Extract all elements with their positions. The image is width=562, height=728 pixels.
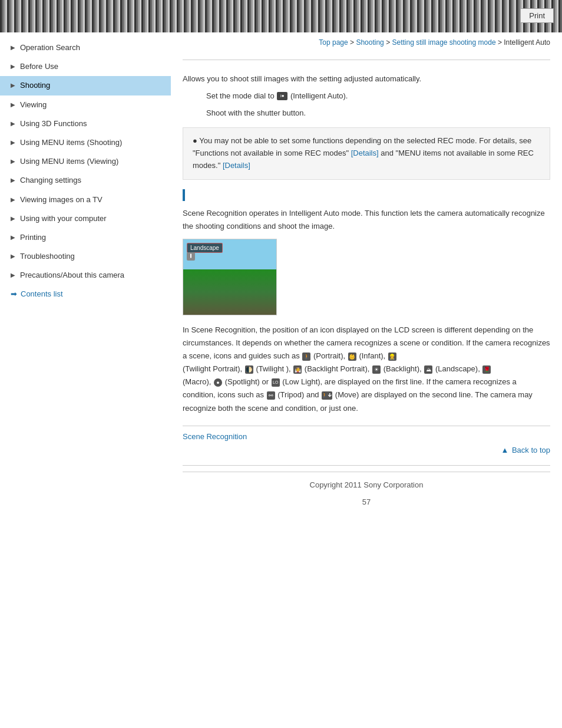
scene-recognition-link[interactable]: Scene Recognition [183, 432, 550, 441]
sidebar-item-printing[interactable]: ▶Printing [0, 228, 171, 247]
sidebar-item-label: Troubleshooting [20, 251, 75, 262]
camera-icon-row: ⏽ [187, 252, 195, 261]
tripod-icon: ⚯ [267, 391, 275, 400]
footer: Copyright 2011 Sony Corporation [183, 472, 550, 498]
breadcrumb-shooting[interactable]: Shooting [356, 38, 384, 47]
camera-image-inner: Landscape ⏽ [183, 239, 276, 315]
back-to-top-row: ▲ Back to top [183, 446, 550, 454]
intro-text-1: Allows you to shoot still images with th… [183, 73, 550, 85]
sidebar-item-operation-search[interactable]: ▶Operation Search [0, 38, 171, 57]
sidebar-item-label: Before Use [20, 61, 58, 72]
header-bar: Print [0, 0, 562, 32]
lowlight-icon: LO [272, 378, 280, 387]
copyright-text: Copyright 2011 Sony Corporation [310, 480, 424, 489]
sidebar-item-before-use[interactable]: ▶Before Use [0, 57, 171, 76]
back-to-top-icon: ▲ [501, 446, 508, 454]
sidebar-item-changing-settings[interactable]: ▶Changing settings [0, 171, 171, 190]
backlight-icon: ☀ [372, 365, 381, 374]
portrait-icon: 🚶 [302, 353, 310, 361]
sidebar-item-label: Using MENU items (Shooting) [20, 137, 122, 148]
sidebar: ▶Operation Search▶Before Use▶Shooting▶Vi… [0, 32, 171, 524]
spotlight-icon: ● [214, 378, 222, 387]
note-details-link-1[interactable]: [Details] [351, 149, 379, 157]
sidebar-arrow-icon: ▶ [11, 233, 16, 242]
sidebar-item-label: Using with your computer [20, 213, 107, 224]
sidebar-item-label: Viewing [20, 100, 47, 110]
content-separator [183, 426, 550, 426]
scene-recognition-para2: In Scene Recognition, the position of an… [183, 324, 550, 415]
sidebar-item-using-computer[interactable]: ▶Using with your computer [0, 209, 171, 228]
camera-screenshot-image: Landscape ⏽ [183, 239, 277, 315]
sidebar-arrow-icon: ▶ [11, 139, 16, 147]
breadcrumb-setting-mode[interactable]: Setting still image shooting mode [392, 38, 495, 47]
sidebar-item-label: Operation Search [20, 42, 80, 53]
sidebar-item-label: Viewing images on a TV [20, 195, 103, 205]
scene-recognition-para1: Scene Recognition operates in Intelligen… [183, 207, 550, 233]
sidebar-arrow-icon: ▶ [11, 252, 16, 261]
sidebar-arrow-icon: ▶ [11, 157, 16, 166]
sidebar-item-using-menu-shooting[interactable]: ▶Using MENU items (Shooting) [0, 133, 171, 152]
breadcrumb: Top page > Shooting > Setting still imag… [183, 38, 550, 51]
sidebar-arrow-icon: ▶ [11, 101, 16, 109]
page-title-bar [183, 60, 550, 66]
sidebar-item-using-menu-viewing[interactable]: ▶Using MENU items (Viewing) [0, 152, 171, 171]
sidebar-arrow-icon: ▶ [11, 44, 16, 52]
sidebar-arrow-icon: ▶ [11, 62, 16, 71]
intro-text-3: Shoot with the shutter button. [206, 107, 550, 120]
print-button[interactable]: Print [520, 8, 554, 23]
sidebar-item-troubleshooting[interactable]: ▶Troubleshooting [0, 247, 171, 266]
sidebar-item-label: Changing settings [20, 175, 81, 186]
note-text: ● You may not be able to set some functi… [193, 135, 540, 172]
sidebar-arrow-icon: ▶ [11, 120, 16, 128]
back-to-top-link[interactable]: ▲ Back to top [501, 446, 550, 454]
page-number: 57 [183, 498, 550, 506]
footer-separator [183, 465, 550, 466]
sidebar-item-shooting[interactable]: ▶Shooting [0, 76, 171, 95]
infant-icon: 👶 [348, 353, 356, 361]
sidebar-item-viewing-tv[interactable]: ▶Viewing images on a TV [0, 190, 171, 209]
sidebar-arrow-icon: ▶ [11, 81, 16, 90]
intelligent-auto-icon: i● [277, 92, 287, 100]
twilight-portrait-icon: 👷 [388, 353, 396, 361]
sidebar-arrow-icon: ▶ [11, 271, 16, 279]
sidebar-item-label: Shooting [20, 80, 50, 91]
backlight-portrait-icon: 👰 [293, 365, 302, 374]
intro-text-2: Set the mode dial to i● (Intelligent Aut… [206, 90, 550, 103]
sidebar-item-using-3d[interactable]: ▶Using 3D Functions [0, 114, 171, 133]
section-indicator [183, 189, 550, 201]
arrow-right-icon: ➡ [11, 289, 17, 298]
sidebar-item-label: Precautions/About this camera [20, 270, 124, 281]
sidebar-item-label: Using 3D Functions [20, 118, 87, 129]
landscape-icon: ⛰ [424, 365, 432, 374]
sidebar-item-label: Printing [20, 232, 46, 243]
note-details-link-2[interactable]: [Details] [223, 161, 250, 170]
sidebar-item-viewing[interactable]: ▶Viewing [0, 95, 171, 114]
breadcrumb-top[interactable]: Top page [319, 38, 348, 47]
sidebar-arrow-icon: ▶ [11, 196, 16, 204]
sidebar-arrow-icon: ▶ [11, 215, 16, 223]
cam-icon-1: ⏽ [187, 252, 195, 261]
move-icon: 🚶🡫 [322, 391, 332, 400]
main-layout: ▶Operation Search▶Before Use▶Shooting▶Vi… [0, 32, 562, 524]
twilight-icon: 🌓 [245, 365, 253, 374]
sidebar-arrow-icon: ▶ [11, 176, 16, 185]
main-content: Top page > Shooting > Setting still imag… [171, 32, 562, 524]
image-overlay-tag: Landscape [187, 243, 223, 253]
macro-icon: 🌹 [482, 365, 491, 374]
contents-list-link[interactable]: ➡ Contents list [0, 285, 171, 303]
sidebar-item-label: Using MENU items (Viewing) [20, 156, 118, 167]
note-box: ● You may not be able to set some functi… [183, 127, 550, 179]
contents-list-label: Contents list [21, 289, 63, 298]
sidebar-item-precautions[interactable]: ▶Precautions/About this camera [0, 266, 171, 285]
breadcrumb-current: Intelligent Auto [504, 38, 550, 47]
